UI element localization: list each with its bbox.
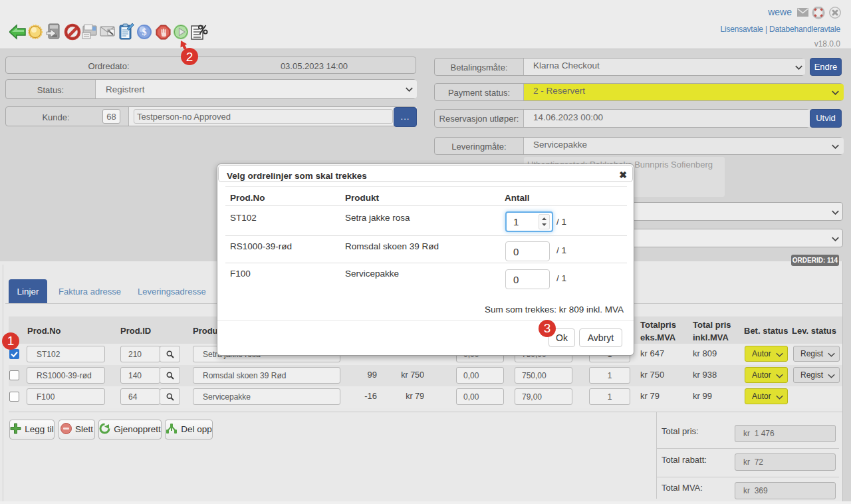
svg-text:2: 2	[186, 50, 193, 64]
svg-text:$: $	[142, 27, 147, 37]
